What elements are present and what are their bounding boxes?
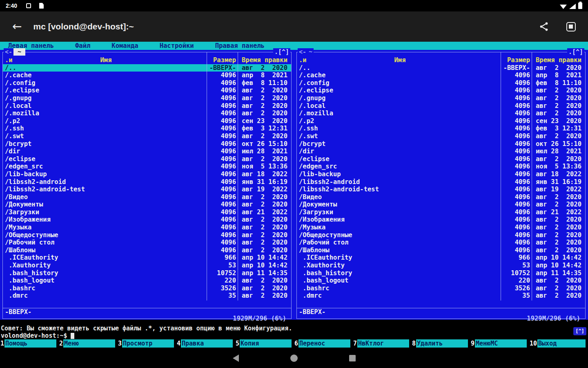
function-key-button[interactable]: 8 Удалить xyxy=(412,339,470,348)
file-row[interactable]: /Документы 4096 авг 2 2020 xyxy=(3,201,291,209)
function-key-button[interactable]: 4 Правка xyxy=(176,339,235,348)
file-row[interactable]: /.p2 4096 сен 23 2020 xyxy=(297,117,585,125)
file-row[interactable]: /.cache 4096 апр 8 2021 xyxy=(3,72,291,79)
file-row[interactable]: .ICEauthority 966 апр 10 14:42 xyxy=(3,254,291,262)
name-column-header[interactable]: .иИмя xyxy=(297,56,501,64)
panel-scroll-marker-icon[interactable]: .[^] xyxy=(567,48,584,56)
mtime-column-header[interactable]: Время правки xyxy=(532,56,585,64)
file-row[interactable]: /.. -ВВЕРХ- авг 2 2020 xyxy=(297,64,585,72)
file-row[interactable]: /Шаблоны 4096 авг 2 2020 xyxy=(3,247,291,254)
file-row[interactable]: .bashrc 3526 авг 2 2020 xyxy=(297,285,585,292)
menu-item[interactable]: Правая панель xyxy=(215,42,265,49)
file-row[interactable]: /eclipse 4096 авг 2 2020 xyxy=(297,155,585,163)
file-row[interactable]: /.ssh 4096 фев 3 12:31 xyxy=(297,125,585,132)
stop-session-icon[interactable] xyxy=(566,22,576,31)
panel-scroll-marker-icon[interactable]: .[^] xyxy=(273,48,290,56)
file-row[interactable]: /Загрузки 4096 авг 21 2022 xyxy=(3,209,291,216)
function-key-button[interactable]: 9 МенюМС xyxy=(470,339,529,348)
size-column-header[interactable]: Размер xyxy=(207,56,238,64)
panel-history-left-icon[interactable]: <- xyxy=(4,48,13,56)
nav-recents-icon[interactable] xyxy=(349,355,356,361)
menu-item[interactable]: Команда xyxy=(111,42,138,49)
file-row[interactable]: .bash_logout 220 авг 2 2020 xyxy=(297,277,585,285)
file-row[interactable]: /Изображения 4096 авг 2 2020 xyxy=(3,216,291,224)
file-row[interactable]: /libssh2-android-test 4096 авг 19 2022 xyxy=(3,186,291,193)
file-row[interactable]: /edgen_src 4096 ноя 5 13:36 xyxy=(3,163,291,171)
file-row[interactable]: .Xauthority 53 апр 10 14:42 xyxy=(3,262,291,269)
file-row[interactable]: /libssh2-android-test 4096 авг 19 2022 xyxy=(297,186,585,193)
file-row[interactable]: /.gnupg 4096 авг 2 2020 xyxy=(3,94,291,102)
name-column-header[interactable]: .иИмя xyxy=(3,56,207,64)
file-row[interactable]: .bash_logout 220 авг 2 2020 xyxy=(3,277,291,285)
file-mtime: авг 2 2020 xyxy=(238,155,291,163)
file-row[interactable]: /.eclipse 4096 авг 2 2020 xyxy=(3,87,291,94)
file-row[interactable]: /.. -ВВЕРХ- авг 2 2020 xyxy=(3,64,291,72)
file-row[interactable]: .dmrc 35 авг 2 2020 xyxy=(3,292,291,300)
file-row[interactable]: /.cache 4096 апр 8 2021 xyxy=(297,72,585,79)
file-row[interactable]: /Изображения 4096 авг 2 2020 xyxy=(297,216,585,224)
extra-keys-toggle[interactable]: [^] xyxy=(573,327,586,335)
file-row[interactable]: /dir 4096 июл 28 2021 xyxy=(3,148,291,155)
file-row[interactable]: /Общедоступные 4096 авг 2 2020 xyxy=(3,231,291,239)
file-row[interactable]: .ICEauthority 966 апр 10 14:42 xyxy=(297,254,585,262)
file-row[interactable]: /.p2 4096 сен 23 2020 xyxy=(3,117,291,125)
function-key-button[interactable]: 1 Помощь xyxy=(0,339,59,348)
back-arrow-icon[interactable]: ← xyxy=(12,21,22,32)
file-row[interactable]: /.swt 4096 авг 2 2020 xyxy=(297,132,585,140)
file-row[interactable]: /.ssh 4096 фев 3 12:31 xyxy=(3,125,291,132)
file-row[interactable]: .Xauthority 53 апр 10 14:42 xyxy=(297,262,585,269)
file-row[interactable]: /.config 4096 фев 8 11:10 xyxy=(3,79,291,87)
function-key-button[interactable]: 6 Перенос xyxy=(294,339,353,348)
file-row[interactable]: /lib-backup 4096 авг 18 2022 xyxy=(3,171,291,178)
file-row[interactable]: /libssh2-android 4096 янв 31 16:19 xyxy=(297,178,585,186)
file-row[interactable]: /lib-backup 4096 авг 18 2022 xyxy=(297,171,585,178)
file-row[interactable]: /.local 4096 авг 2 2020 xyxy=(297,102,585,110)
file-row[interactable]: /libssh2-android 4096 янв 31 16:19 xyxy=(3,178,291,186)
file-row[interactable]: /Музыка 4096 авг 2 2020 xyxy=(3,224,291,231)
file-size: 4096 xyxy=(501,224,532,231)
file-row[interactable]: /dir 4096 июл 28 2021 xyxy=(297,148,585,155)
menu-item[interactable]: Настройки xyxy=(160,42,194,49)
file-row[interactable]: /bcrypt 4096 окт 26 15:10 xyxy=(3,140,291,148)
size-column-header[interactable]: Размер xyxy=(501,56,532,64)
mtime-column-header[interactable]: Время правки xyxy=(238,56,291,64)
command-line[interactable]: volond@dev-host:~$ xyxy=(0,332,588,339)
file-row[interactable]: /.swt 4096 авг 2 2020 xyxy=(3,132,291,140)
left-panel-path[interactable]: ~ xyxy=(13,48,25,56)
file-row[interactable]: /Музыка 4096 авг 2 2020 xyxy=(297,224,585,231)
menu-item[interactable]: Файл xyxy=(75,42,90,49)
sort-mode-indicator[interactable]: .и xyxy=(5,56,13,64)
file-row[interactable]: /bcrypt 4096 окт 26 15:10 xyxy=(297,140,585,148)
file-row[interactable]: .bash_history 10752 апр 11 14:35 xyxy=(3,269,291,277)
file-row[interactable]: /eclipse 4096 авг 2 2020 xyxy=(3,155,291,163)
file-row[interactable]: .bashrc 3526 авг 2 2020 xyxy=(3,285,291,292)
file-row[interactable]: /Рабочий стол 4096 авг 2 2020 xyxy=(3,239,291,247)
file-row[interactable]: /Видео 4096 авг 2 2020 xyxy=(297,193,585,201)
file-row[interactable]: /Загрузки 4096 авг 21 2022 xyxy=(297,209,585,216)
right-panel-path[interactable]: ~ xyxy=(307,48,314,56)
file-row[interactable]: .bash_history 10752 апр 11 14:35 xyxy=(297,269,585,277)
panel-history-left-icon[interactable]: <- xyxy=(298,48,307,56)
file-row[interactable]: .dmrc 35 авг 2 2020 xyxy=(297,292,585,300)
share-icon[interactable] xyxy=(539,21,549,32)
file-row[interactable]: /.mozilla 4096 авг 2 2020 xyxy=(3,110,291,117)
file-row[interactable]: /Общедоступные 4096 авг 2 2020 xyxy=(297,231,585,239)
function-key-button[interactable]: 7 НвКтлог xyxy=(353,339,412,348)
file-row[interactable]: /Документы 4096 авг 2 2020 xyxy=(297,201,585,209)
file-row[interactable]: /.mozilla 4096 авг 2 2020 xyxy=(297,110,585,117)
file-row[interactable]: /Видео 4096 авг 2 2020 xyxy=(3,193,291,201)
file-row[interactable]: /edgen_src 4096 ноя 5 13:36 xyxy=(297,163,585,171)
file-row[interactable]: /.local 4096 авг 2 2020 xyxy=(3,102,291,110)
function-key-button[interactable]: 2 Меню xyxy=(59,339,118,348)
function-key-button[interactable]: 3 Просмотр xyxy=(118,339,176,348)
function-key-button[interactable]: 10 Выход xyxy=(529,339,588,348)
file-row[interactable]: /Рабочий стол 4096 авг 2 2020 xyxy=(297,239,585,247)
nav-home-icon[interactable] xyxy=(290,355,298,362)
file-row[interactable]: /.gnupg 4096 авг 2 2020 xyxy=(297,94,585,102)
sort-mode-indicator[interactable]: .и xyxy=(299,56,307,64)
nav-back-icon[interactable] xyxy=(233,355,239,362)
file-row[interactable]: /Шаблоны 4096 авг 2 2020 xyxy=(297,247,585,254)
function-key-button[interactable]: 5 Копия xyxy=(235,339,294,348)
file-row[interactable]: /.eclipse 4096 авг 2 2020 xyxy=(297,87,585,94)
file-row[interactable]: /.config 4096 фев 8 11:10 xyxy=(297,79,585,87)
